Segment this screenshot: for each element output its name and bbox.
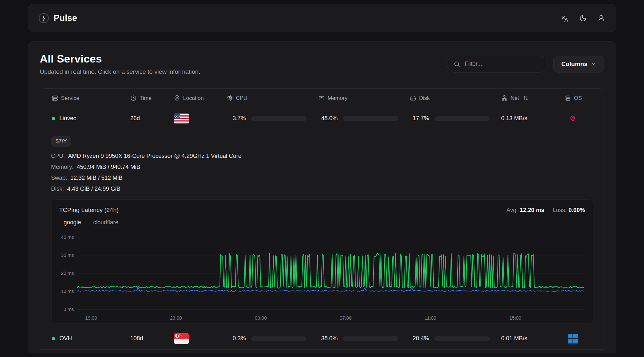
memory-bar — [343, 336, 398, 341]
columns-button[interactable]: Columns — [553, 56, 604, 72]
columns-button-label: Columns — [561, 61, 587, 68]
column-header-os[interactable]: OS — [565, 95, 604, 101]
column-header-net[interactable]: Net — [501, 95, 565, 101]
uptime-value: 108d — [130, 335, 174, 342]
svg-text:15:00: 15:00 — [509, 315, 521, 321]
chevron-down-icon — [591, 61, 596, 67]
detail-memory: Memory:450.94 MiB / 940.74 MiB — [51, 163, 593, 171]
services-table: Service Time Locat — [40, 88, 604, 350]
svg-text:23:00: 23:00 — [170, 315, 182, 321]
language-button[interactable] — [560, 13, 570, 23]
debian-logo-icon — [568, 113, 578, 123]
detail-swap: Swap:12.32 MiB / 512 MiB — [51, 174, 593, 182]
detail-disk: Disk:4.43 GiB / 24.99 GiB — [51, 185, 593, 193]
cpu-bar — [251, 116, 307, 121]
brand[interactable]: Pulse — [38, 12, 77, 24]
theme-toggle-button[interactable] — [578, 13, 588, 23]
service-row-ovh[interactable]: OVH 108d — [40, 328, 604, 349]
memory-bar — [343, 116, 398, 121]
latency-chart: 0 ms10 ms20 ms30 ms40 ms19:0023:0003:000… — [59, 229, 585, 322]
chart-stats: Avg:12.20 ms Loss:0.00% — [507, 207, 585, 214]
app-title: Pulse — [54, 13, 77, 23]
cpu-meter: 3.7% — [227, 115, 318, 122]
status-dot — [52, 117, 55, 120]
loss-label: Loss: — [553, 207, 566, 213]
cpu-chip-icon — [227, 95, 233, 101]
card-head: All Services Updated in real time. Click… — [40, 53, 604, 75]
column-label: Service — [61, 95, 80, 101]
column-label: Time — [140, 95, 152, 101]
column-header-cpu[interactable]: CPU — [227, 95, 318, 101]
chart-target-tabs: google cloudflare — [59, 219, 585, 227]
net-speed: 0.13 MB/s — [501, 115, 565, 122]
memory-meter: 48.0% — [318, 115, 410, 122]
detail-value: 450.94 MiB / 940.74 MiB — [77, 164, 140, 170]
user-icon — [598, 14, 605, 22]
column-label: OS — [574, 95, 582, 101]
column-header-disk[interactable]: Disk — [410, 95, 501, 101]
page-title: All Services — [40, 53, 200, 65]
service-name: Linveo — [60, 115, 77, 122]
svg-text:03:00: 03:00 — [255, 315, 267, 321]
status-dot — [52, 337, 55, 340]
disk-meter: 20.4% — [410, 335, 501, 342]
tab-google[interactable]: google — [64, 219, 81, 227]
detail-label: Memory: — [51, 164, 74, 170]
disk-bar — [434, 116, 490, 121]
detail-label: Disk: — [51, 186, 64, 192]
net-speed: 0.01 MB/s — [501, 335, 565, 342]
detail-value: 12.32 MiB / 512 MiB — [71, 175, 123, 181]
column-header-location[interactable]: Location — [174, 95, 227, 101]
memory-stick-icon — [318, 95, 325, 101]
svg-text:20 ms: 20 ms — [61, 270, 74, 276]
column-header-memory[interactable]: Memory — [318, 95, 410, 101]
services-card: All Services Updated in real time. Click… — [28, 41, 616, 353]
pulse-logo-icon — [38, 12, 50, 24]
column-label: Disk — [419, 95, 430, 101]
windows-logo-icon — [568, 334, 578, 343]
disk-percent: 20.4% — [410, 335, 429, 342]
avg-value: 12.20 ms — [520, 207, 544, 213]
map-pin-icon — [174, 95, 180, 101]
search-icon — [454, 61, 460, 67]
svg-text:11:00: 11:00 — [424, 315, 436, 321]
table-controls: Columns — [447, 56, 604, 72]
column-label: Location — [183, 95, 204, 101]
column-header-time[interactable]: Time — [130, 95, 174, 101]
memory-percent: 38.0% — [318, 335, 338, 342]
languages-icon — [561, 14, 568, 22]
network-icon — [501, 95, 507, 101]
svg-text:30 ms: 30 ms — [61, 252, 74, 258]
memory-meter: 38.0% — [318, 335, 410, 342]
page-subtitle: Updated in real time. Click on a service… — [40, 68, 200, 75]
column-label: CPU — [236, 95, 248, 101]
hard-drive-icon — [410, 95, 416, 101]
app-header: Pulse — [28, 4, 616, 32]
svg-text:19:00: 19:00 — [85, 315, 97, 321]
clock-icon — [130, 95, 137, 101]
service-row-linveo[interactable]: Linveo 26d — [40, 108, 604, 129]
column-label: Memory — [328, 95, 347, 101]
filter-input[interactable] — [464, 60, 541, 68]
disk-percent: 17.7% — [410, 115, 429, 122]
price-badge: $7/Y — [51, 136, 71, 147]
filter-box — [447, 56, 547, 72]
svg-text:0 ms: 0 ms — [63, 306, 74, 312]
column-header-service[interactable]: Service — [52, 95, 130, 101]
sg-flag-icon — [174, 333, 189, 344]
account-button[interactable] — [596, 13, 606, 23]
tab-cloudflare[interactable]: cloudflare — [93, 219, 118, 227]
cpu-meter: 0.3% — [227, 335, 318, 342]
service-name: OVH — [60, 335, 72, 342]
disk-meter: 17.7% — [410, 115, 501, 122]
latency-panel: TCPing Latency (24h) Avg:12.20 ms Loss:0… — [51, 199, 593, 324]
sort-arrows-icon[interactable] — [523, 95, 528, 101]
page-shell: Pulse — [28, 0, 616, 353]
avg-label: Avg: — [507, 207, 518, 213]
os-server-icon — [565, 95, 571, 101]
loss-value: 0.00% — [568, 207, 585, 213]
detail-label: Swap: — [51, 175, 67, 181]
memory-percent: 48.0% — [318, 115, 338, 122]
svg-text:10 ms: 10 ms — [61, 288, 74, 294]
column-label: Net — [511, 95, 519, 101]
